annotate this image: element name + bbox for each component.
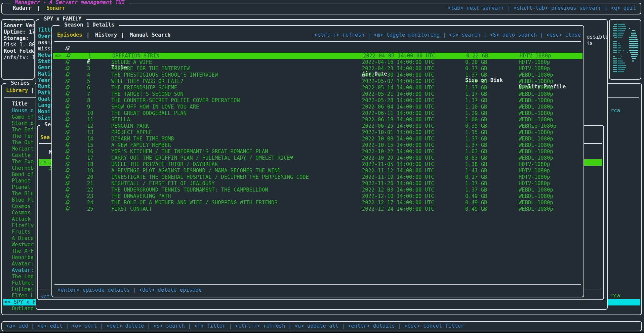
overview-overflow-text: ossible (587, 34, 608, 40)
bookmark-icon (65, 168, 70, 173)
episode-row[interactable]: 8THE COUNTER-SECRET POLICE COVER OPERATI… (52, 97, 583, 104)
library-item-label: Cosmos (12, 210, 31, 216)
tab-seasons[interactable]: Sea (40, 134, 50, 141)
episode-size: 1.37 GB (465, 85, 487, 91)
episode-row[interactable]: 3PREPARE FOR THE INTERVIEW2022-04-23 14:… (52, 66, 583, 72)
library-item-label: The Exo (12, 159, 34, 165)
episode-air-date: 2022-04-30 14:00:00 UTC (362, 72, 434, 78)
episode-row[interactable]: 4THE PRESTIGIOUS SCHOOL'S INTERVIEW2022-… (52, 72, 583, 78)
bookmark-icon (65, 72, 70, 78)
episode-title: NIGHTFALL / FIRST FIT OF JEALOUSY (111, 180, 360, 187)
episode-row[interactable]: 6THE FRIENDSHIP SCHEME2022-05-14 14:00:0… (52, 85, 583, 91)
episode-table-header: # Title Air Date Size on Disk Quality Pr… (52, 45, 583, 52)
library-item-label: Westwor (12, 242, 34, 248)
episode-air-date: 2022-06-18 14:00:00 UTC (362, 117, 434, 123)
episode-quality: HDTV-1080p (520, 53, 551, 59)
episode-number: 17 (87, 155, 93, 161)
episode-title: UNCLE THE PRIVATE TUTOR / DAYBREAK (111, 161, 360, 168)
episode-row[interactable]: 24THE ROLE OF A MOTHER AND WIFE / SHOPPI… (52, 200, 583, 206)
episode-quality: HDTV-1080p (519, 174, 550, 180)
episode-row[interactable]: 10THE GREAT DODGEBALL PLAN2022-06-11 14:… (52, 110, 583, 117)
tab-library[interactable]: Library (6, 87, 28, 94)
episode-row[interactable]: 11STELLA2022-06-18 14:00:00 UTC1.00 GBWE… (52, 117, 583, 123)
stats-panel: Stats Sonarr VerUptime: 17Storage:Disk 1… (1, 19, 35, 80)
modal-footer-keybindings: <enter> episode details | <del> delete e… (57, 287, 202, 293)
episode-row[interactable]: 12PENGUIN PARK2022-06-25 14:00:00 UTC0.3… (52, 123, 583, 129)
episode-row[interactable]: 25FIRST CONTACT2022-12-24 14:00:00 UTC0.… (52, 206, 583, 212)
bookmark-icon (65, 187, 70, 193)
bookmark-icon (65, 104, 70, 110)
episode-title: THE PRESTIGIOUS SCHOOL'S INTERVIEW (111, 72, 360, 78)
bookmark-icon (65, 123, 70, 129)
episode-row[interactable]: 2SECURE A WIFE2022-04-16 14:00:00 UTC0.2… (52, 59, 583, 66)
episode-air-date: 2022-11-26 14:00:00 UTC (362, 180, 434, 187)
library-item-label: Attack (12, 216, 31, 222)
bookmark-icon (65, 91, 70, 97)
episode-row[interactable]: 16YOR'S KITCHEN / THE INFORMANT'S GREAT … (52, 149, 583, 155)
library-item-label: Planet (12, 178, 31, 184)
episode-row[interactable]: 17CARRY OUT THE GRIFFIN PLAN / FULLMETAL… (52, 155, 583, 161)
episode-row[interactable]: 7THE TARGET'S SECOND SON2022-05-21 14:00… (52, 91, 583, 97)
episode-title: THE GREAT DODGEBALL PLAN (111, 110, 360, 117)
episode-air-date: 2022-10-29 14:00:00 UTC (362, 155, 434, 161)
episode-row[interactable]: =>1OPERATION STRIX2022-04-09 14:00:00 UT… (53, 53, 582, 59)
episode-title: SECURE A WIFE (111, 59, 360, 66)
episode-row[interactable]: 21NIGHTFALL / FIRST FIT OF JEALOUSY2022-… (52, 180, 583, 187)
episode-row[interactable]: 5WILL THEY PASS OR FAIL?2022-05-07 14:00… (52, 78, 583, 85)
library-panel-title: Series (6, 80, 35, 86)
seasons-panel-title: Se (40, 122, 52, 128)
episode-number: 19 (87, 168, 93, 174)
episode-row[interactable]: 19A REVENGE PLOT AGAINST DESMOND / MAMA … (52, 168, 583, 174)
library-tab-separator: | (31, 87, 34, 94)
library-item-label: Fullmet (12, 286, 34, 293)
episode-air-date: 2022-10-22 14:00:00 UTC (362, 149, 434, 155)
episode-number: 14 (87, 136, 93, 142)
episode-number: 16 (87, 149, 93, 155)
bookmark-icon (65, 194, 70, 199)
episode-size: 1.37 GB (465, 97, 487, 104)
episode-row[interactable]: 20INVESTIGATE THE GENERAL HOSPITAL / DEC… (52, 174, 583, 180)
episode-size: 1.37 GB (465, 180, 487, 187)
episode-row[interactable]: 15A NEW FAMILY MEMBER2022-10-15 14:00:00… (52, 142, 583, 149)
tab-radarr[interactable]: Radarr (13, 5, 32, 11)
episode-number: 7 (87, 91, 90, 97)
bookmark-icon (65, 117, 70, 122)
episode-row[interactable]: 9SHOW OFF HOW IN LOVE YOU ARE2022-06-04 … (52, 104, 583, 110)
episode-row[interactable]: 22THE UNDERGROUND TENNIS TOURNAMENT: THE… (52, 187, 583, 193)
library-item-label: Band of (12, 171, 34, 178)
episode-size: 1.29 GB (465, 110, 487, 117)
season-modal-title: Season 1 Details (59, 22, 119, 28)
bookmark-icon (65, 181, 70, 186)
episode-air-date: 2022-12-03 14:00:00 UTC (362, 187, 434, 193)
episode-quality: WEBDL-1080p (519, 155, 553, 161)
episode-title: PROJECT APPLE (111, 129, 360, 136)
episode-number: 11 (87, 117, 93, 123)
episode-air-date: 2022-10-01 14:00:00 UTC (362, 129, 434, 136)
episode-number: 2 (87, 59, 90, 66)
tab-sonarr[interactable]: Sonarr (46, 5, 65, 11)
episode-size: 1.38 GB (465, 161, 487, 168)
episode-row[interactable]: 18UNCLE THE PRIVATE TUTOR / DAYBREAK2022… (52, 161, 583, 168)
tab-manual-search[interactable]: Manual Search (130, 32, 170, 38)
episode-air-date: 2022-12-24 14:00:00 UTC (362, 206, 434, 212)
episode-title: INVESTIGATE THE GENERAL HOSPITAL / DECIP… (111, 174, 360, 180)
episode-quality: HDTV-1080p (519, 161, 550, 168)
episode-quality: WEBDL-1080p (519, 206, 553, 212)
tab-history[interactable]: History (95, 32, 117, 38)
episode-quality: WEBDL-1080p (519, 129, 553, 136)
episode-row[interactable]: 14DISARM THE TIME BOMB2022-10-08 14:00:0… (52, 136, 583, 142)
episode-quality: WEBDL-1080p (519, 91, 553, 97)
episode-air-date: 2022-04-23 14:00:00 UTC (362, 66, 434, 72)
library-item-label: Chernob (12, 165, 34, 171)
episode-air-date: 2022-06-25 14:00:00 UTC (362, 123, 434, 129)
episode-row[interactable]: 23THE UNWAVERING PATH2022-12-10 14:00:00… (52, 193, 583, 200)
episode-quality: WEBDL-1080p (519, 97, 553, 104)
library-column-header: Title (12, 101, 28, 107)
episode-size: 0.17 GB (465, 174, 487, 180)
episode-number: 10 (87, 110, 93, 117)
episode-row[interactable]: 13PROJECT APPLE2022-10-01 14:00:00 UTC1.… (52, 129, 583, 136)
episode-number: 9 (87, 104, 90, 110)
episode-air-date: 2022-05-07 14:00:00 UTC (362, 78, 434, 85)
library-item-label: Game of (12, 114, 34, 120)
tab-episodes[interactable]: Episodes (57, 32, 82, 38)
